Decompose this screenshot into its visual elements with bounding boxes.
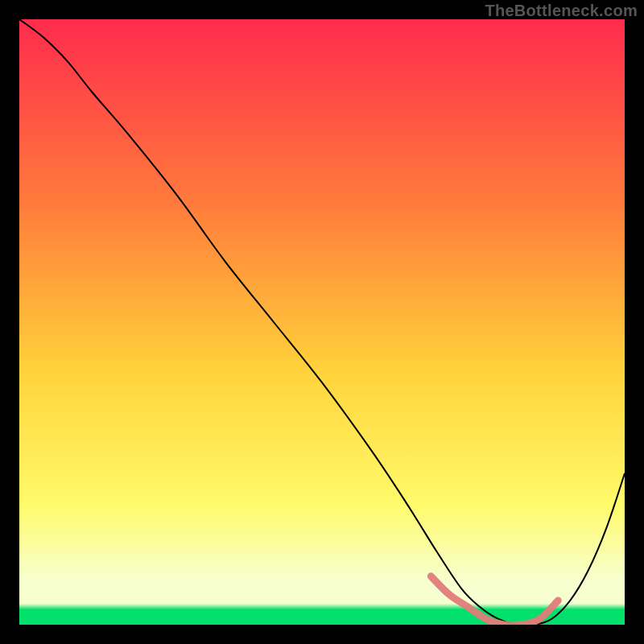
chart-svg — [19, 19, 625, 625]
chart-frame: TheBottleneck.com — [0, 0, 644, 644]
plot-area — [19, 19, 625, 625]
watermark-text: TheBottleneck.com — [485, 2, 638, 20]
chart-background — [19, 19, 625, 625]
